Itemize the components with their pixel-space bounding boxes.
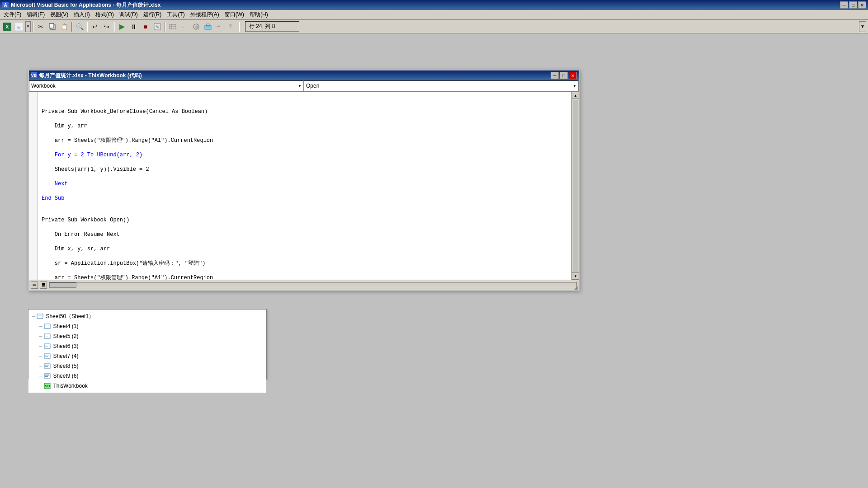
scroll-up-arrow[interactable]: ▲ — [572, 92, 579, 99]
toolbar-pause[interactable]: ⏸ — [128, 21, 139, 32]
svg-rect-49 — [45, 376, 48, 377]
svg-text:VB: VB — [45, 384, 50, 388]
tree-label-sheet6: Sheet6 (3) — [53, 342, 78, 351]
tree-item-sheet50[interactable]: ─ Sheet50（Sheet1） — [32, 311, 263, 321]
menu-run[interactable]: 运行(R) — [141, 10, 165, 19]
tree-item-sheet5[interactable]: ─ Sheet5 (2) — [39, 331, 263, 341]
toolbar-properties[interactable]: ≡ — [179, 21, 190, 32]
svg-rect-35 — [45, 345, 49, 345]
procedure-dropdown[interactable]: Open ▼ — [304, 80, 579, 91]
view-procedure-btn[interactable]: ═ — [31, 282, 38, 289]
tree-expand-sheet4: ─ — [39, 322, 42, 331]
toolbar-paste[interactable]: 📋 — [59, 21, 70, 32]
toolbar-cut[interactable]: ✂ — [35, 21, 46, 32]
object-dropdown[interactable]: Workbook ▼ — [29, 80, 304, 91]
toolbar-redo[interactable]: ↪ — [101, 21, 112, 32]
toolbar-run[interactable]: ▶ — [117, 21, 127, 32]
separator-4 — [114, 22, 115, 32]
code-content[interactable]: Private Sub Workbook_BeforeClose(Cancel … — [38, 92, 571, 280]
code-hscroll[interactable] — [49, 282, 577, 288]
toolbar-dropdown-1[interactable]: ▼ — [25, 21, 31, 32]
tree-item-sheet6[interactable]: ─ Sheet6 (3) — [39, 341, 263, 351]
svg-rect-29 — [45, 327, 48, 327]
separator-3 — [87, 22, 88, 32]
svg-rect-25 — [38, 317, 41, 317]
menu-debug[interactable]: 调试(D) — [117, 10, 141, 19]
svg-rect-48 — [45, 375, 49, 376]
toolbar-find[interactable]: 🔍 — [74, 21, 85, 32]
svg-rect-27 — [45, 325, 49, 325]
menu-window[interactable]: 窗口(W) — [222, 10, 247, 19]
svg-rect-32 — [45, 336, 49, 336]
code-window-titlebar: VB 每月产值统计.xlsx - ThisWorkbook (代码) ─ □ ✕ — [29, 70, 579, 80]
menu-format[interactable]: 格式(O) — [93, 10, 117, 19]
menu-help[interactable]: 帮助(H) — [247, 10, 271, 19]
menu-insert[interactable]: 插入(I) — [71, 10, 92, 19]
svg-rect-36 — [45, 346, 49, 346]
maximize-button[interactable]: □ — [849, 1, 857, 9]
view-fullmodule-btn[interactable]: ≣ — [40, 282, 47, 289]
tree-item-sheet4[interactable]: ─ Sheet4 (1) — [39, 321, 263, 331]
project-tree: ─ Sheet50（Sheet1） ─ Sheet4 (1) — [28, 310, 266, 393]
app-title: Microsoft Visual Basic for Applications … — [11, 1, 840, 9]
svg-rect-44 — [45, 366, 49, 366]
svg-rect-31 — [45, 335, 49, 335]
resize-handle[interactable]: ◢ — [573, 285, 579, 290]
code-window-icon: VB — [31, 72, 37, 80]
separator-2 — [71, 22, 72, 32]
svg-text:⊛: ⊛ — [194, 24, 198, 29]
toolbar-excel-icon[interactable]: X — [2, 21, 13, 32]
tree-item-thisworkbook[interactable]: ─ VB ThisWorkbook — [39, 381, 263, 391]
tree-label-sheet7: Sheet7 (4) — [53, 352, 78, 361]
toolbar-view-code[interactable]: ⊞ — [14, 21, 24, 32]
close-button[interactable]: ✕ — [858, 1, 866, 9]
scroll-thumb[interactable] — [573, 100, 578, 272]
toolbar-word-wrap[interactable]: ↵ — [214, 21, 225, 32]
separator-6 — [239, 22, 240, 32]
menu-edit[interactable]: 编辑(E) — [24, 10, 47, 19]
toolbar-scroll[interactable]: ▼ — [859, 21, 866, 32]
menu-file[interactable]: 文件(F) — [1, 10, 24, 19]
code-window-minimize[interactable]: ─ — [551, 72, 559, 79]
svg-rect-45 — [45, 366, 48, 367]
toolbar-object-browser[interactable]: ⊛ — [191, 21, 202, 32]
tree-item-sheet8[interactable]: ─ Sheet8 (5) — [39, 361, 263, 371]
tree-expand-sheet5: ─ — [39, 332, 42, 341]
menu-tools[interactable]: 工具(T) — [164, 10, 187, 19]
main-area: VB 每月产值统计.xlsx - ThisWorkbook (代码) ─ □ ✕… — [0, 33, 868, 488]
svg-rect-28 — [45, 326, 49, 326]
toolbar-copy[interactable] — [47, 21, 58, 32]
code-window-close[interactable]: ✕ — [569, 72, 577, 79]
menu-addins[interactable]: 外接程序(A) — [188, 10, 222, 19]
menu-view[interactable]: 视图(V) — [47, 10, 71, 19]
toolbar-stop[interactable]: ■ — [140, 21, 151, 32]
toolbar-project-explorer[interactable] — [167, 21, 178, 32]
svg-rect-33 — [45, 337, 48, 337]
svg-text:✎: ✎ — [156, 25, 159, 29]
tree-item-sheet9[interactable]: ─ Sheet9 (6) — [39, 371, 263, 381]
toolbar-undo[interactable]: ↩ — [90, 21, 100, 32]
minimize-button[interactable]: ─ — [840, 1, 848, 9]
tree-label-sheet4: Sheet4 (1) — [53, 322, 78, 331]
separator-1 — [33, 22, 33, 32]
toolbar-object-list[interactable]: ? — [226, 21, 237, 32]
tree-label-sheet5: Sheet5 (2) — [53, 332, 78, 341]
svg-text:≡: ≡ — [182, 24, 184, 29]
title-bar-buttons: ─ □ ✕ — [840, 1, 866, 9]
toolbar-toolbox[interactable] — [203, 21, 213, 32]
svg-rect-24 — [38, 316, 42, 316]
toolbar-design[interactable]: ✎ — [152, 21, 163, 32]
tree-label-sheet50: Sheet50（Sheet1） — [46, 312, 94, 321]
tree-item-sheet7[interactable]: ─ Sheet7 (4) — [39, 351, 263, 361]
procedure-dropdown-arrow: ▼ — [573, 84, 576, 88]
svg-rect-23 — [38, 315, 42, 315]
line-numbers — [29, 92, 38, 280]
hscroll-thumb[interactable] — [49, 282, 76, 288]
status-indicator: 行 24, 列 8 — [245, 21, 299, 32]
code-statusbar: ═ ≣ ◢ — [29, 280, 579, 290]
svg-text:⊞: ⊞ — [17, 25, 21, 29]
app-icon: A — [2, 1, 9, 9]
scroll-down-arrow[interactable]: ▼ — [572, 272, 579, 280]
code-window-maximize[interactable]: □ — [560, 72, 568, 79]
code-scrollbar: ▲ ▼ — [571, 92, 579, 280]
